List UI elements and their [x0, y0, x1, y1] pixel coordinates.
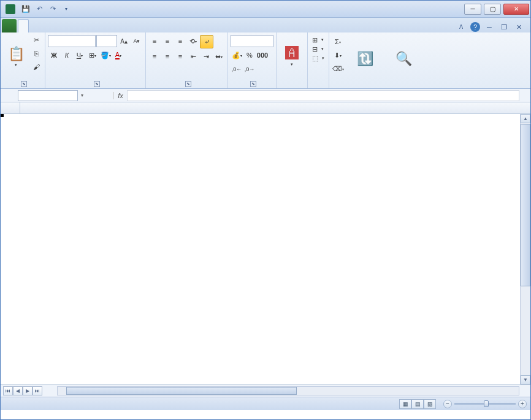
- scroll-up-icon[interactable]: ▲: [521, 114, 530, 123]
- tab-formulas[interactable]: [48, 19, 58, 32]
- status-bar: ▦ ▤ ▧ − +: [1, 397, 530, 410]
- tab-data[interactable]: [58, 19, 68, 32]
- tab-review[interactable]: [68, 19, 78, 32]
- align-bottom-icon[interactable]: ≡: [174, 35, 186, 47]
- minimize-ribbon-icon[interactable]: ᐱ: [456, 21, 467, 32]
- align-middle-icon[interactable]: ≡: [161, 35, 174, 47]
- close-button[interactable]: ✕: [503, 4, 529, 15]
- comma-icon[interactable]: 000: [256, 49, 269, 61]
- sort-filter-button[interactable]: 🔃: [345, 34, 384, 86]
- number-format-select[interactable]: [231, 35, 273, 47]
- font-color-icon[interactable]: A▾: [112, 49, 124, 61]
- merge-icon[interactable]: ⬌▾: [213, 50, 225, 63]
- underline-icon[interactable]: Ч▾: [74, 49, 86, 61]
- increase-indent-icon[interactable]: ⇥: [200, 50, 212, 63]
- help-icon[interactable]: ?: [470, 22, 480, 32]
- tab-layout[interactable]: [39, 19, 48, 32]
- align-top-icon[interactable]: ≡: [148, 35, 161, 47]
- save-icon[interactable]: 💾: [20, 4, 31, 15]
- qat-dropdown-icon[interactable]: ▾: [61, 4, 72, 15]
- horizontal-scrollbar[interactable]: [57, 386, 519, 395]
- vertical-scrollbar[interactable]: ▲ ▼: [520, 114, 530, 384]
- copy-icon[interactable]: ⎘: [30, 47, 42, 59]
- tab-addins[interactable]: [97, 19, 107, 32]
- app-icon: [6, 4, 15, 14]
- border-icon[interactable]: ⊞▾: [86, 49, 99, 61]
- active-cell-indicator: [1, 114, 3, 116]
- decrease-decimal-icon[interactable]: ,0→: [243, 63, 256, 75]
- align-right-icon[interactable]: ≡: [174, 50, 186, 63]
- tab-nav-first-icon[interactable]: ⏮: [3, 386, 13, 395]
- doc-restore-icon[interactable]: ❐: [499, 21, 510, 32]
- tab-developer[interactable]: [88, 19, 97, 32]
- styles-button[interactable]: 🅰 ▾: [279, 34, 305, 79]
- insert-cells-button[interactable]: ⊞▾: [310, 36, 326, 44]
- normal-view-icon[interactable]: ▦: [399, 399, 411, 409]
- clear-icon[interactable]: ⌫▾: [332, 63, 344, 75]
- cut-icon[interactable]: ✂: [30, 34, 42, 46]
- bold-icon[interactable]: Ж: [48, 49, 60, 61]
- zoom-thumb[interactable]: [484, 400, 489, 407]
- tab-nav-last-icon[interactable]: ⏭: [32, 386, 42, 395]
- zoom-slider[interactable]: [454, 403, 516, 405]
- delete-cells-button[interactable]: ⊟▾: [310, 45, 326, 53]
- format-cells-button[interactable]: ⬚▾: [310, 54, 326, 63]
- sort-icon: 🔃: [357, 52, 373, 66]
- name-box[interactable]: [18, 90, 78, 101]
- fill-color-icon[interactable]: 🪣▾: [99, 49, 112, 61]
- format-painter-icon[interactable]: 🖌: [30, 61, 42, 73]
- tab-view[interactable]: [78, 19, 88, 32]
- autosum-icon[interactable]: Σ▾: [332, 36, 344, 48]
- vscroll-thumb[interactable]: [521, 124, 530, 286]
- fill-icon[interactable]: ⬇▾: [332, 49, 344, 61]
- grow-font-icon[interactable]: A▴: [118, 35, 130, 47]
- paste-button[interactable]: 📋 ▾: [3, 34, 29, 80]
- group-styles: 🅰 ▾: [277, 32, 308, 88]
- column-headers: [1, 102, 530, 114]
- doc-close-icon[interactable]: ✕: [513, 21, 524, 32]
- page-break-view-icon[interactable]: ▧: [424, 399, 436, 409]
- tab-insert[interactable]: [29, 19, 39, 32]
- scroll-down-icon[interactable]: ▼: [521, 375, 530, 384]
- find-select-button[interactable]: 🔍: [386, 34, 421, 86]
- currency-icon[interactable]: 💰▾: [231, 49, 243, 61]
- name-box-dropdown-icon[interactable]: ▾: [78, 93, 86, 98]
- zoom-out-icon[interactable]: −: [443, 400, 452, 408]
- align-left-icon[interactable]: ≡: [148, 50, 161, 63]
- tab-home[interactable]: [18, 19, 29, 32]
- group-number: 💰▾ % 000 ,0← ,0→ ⬊: [228, 32, 277, 88]
- tab-foxit[interactable]: [107, 19, 117, 32]
- number-launcher[interactable]: ⬊: [250, 81, 256, 87]
- maximize-button[interactable]: ▢: [484, 4, 501, 15]
- hscroll-thumb[interactable]: [66, 387, 297, 395]
- spreadsheet-grid[interactable]: ▲ ▼: [1, 102, 530, 384]
- decrease-indent-icon[interactable]: ⇤: [187, 50, 199, 63]
- page-layout-view-icon[interactable]: ▤: [411, 399, 424, 409]
- zoom-in-icon[interactable]: +: [518, 400, 527, 408]
- clipboard-launcher[interactable]: ⬊: [21, 81, 27, 87]
- minimize-button[interactable]: ─: [464, 4, 481, 15]
- tab-abbyy[interactable]: [117, 19, 127, 32]
- redo-icon[interactable]: ↷: [47, 4, 58, 15]
- file-tab[interactable]: [2, 19, 17, 32]
- align-center-icon[interactable]: ≡: [161, 50, 174, 63]
- italic-icon[interactable]: К: [61, 49, 73, 61]
- increase-decimal-icon[interactable]: ,0←: [231, 63, 243, 75]
- percent-icon[interactable]: %: [243, 49, 256, 61]
- select-all-corner[interactable]: [1, 102, 20, 113]
- font-name-select[interactable]: [48, 35, 96, 47]
- fx-icon[interactable]: fx: [113, 92, 127, 99]
- tab-nav-next-icon[interactable]: ▶: [23, 386, 32, 395]
- font-launcher[interactable]: ⬊: [94, 81, 100, 87]
- group-alignment: ≡ ≡ ≡ ⟲▾ ⤶ ≡ ≡ ≡ ⇤ ⇥ ⬌▾ ⬊: [146, 32, 228, 88]
- orientation-icon[interactable]: ⟲▾: [187, 35, 199, 47]
- doc-minimize-icon[interactable]: ─: [484, 21, 495, 32]
- alignment-launcher[interactable]: ⬊: [185, 81, 191, 87]
- shrink-font-icon[interactable]: A▾: [131, 35, 143, 47]
- wrap-text-icon[interactable]: ⤶: [200, 35, 213, 48]
- format-cell-icon: ⬚: [312, 55, 318, 62]
- undo-icon[interactable]: ↶: [34, 4, 45, 15]
- formula-input[interactable]: [127, 90, 519, 101]
- font-size-select[interactable]: [96, 35, 117, 47]
- tab-nav-prev-icon[interactable]: ◀: [13, 386, 23, 395]
